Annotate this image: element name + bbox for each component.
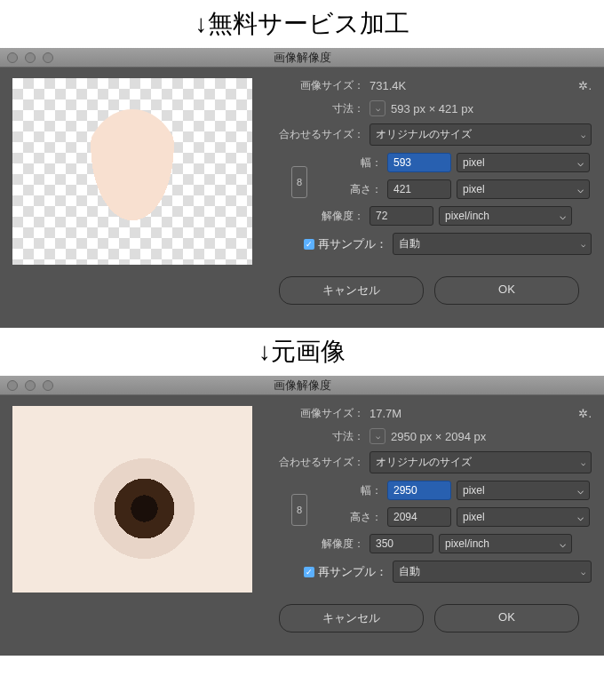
resolution-label: 解像度： <box>266 537 364 552</box>
width-label: 幅： <box>313 155 382 171</box>
image-size-dialog-2: 画像解像度 画像サイズ： 17.7M ✲. 寸法： ⌵ 2950 px × 20… <box>0 376 604 656</box>
dialog-title: 画像解像度 <box>7 378 597 394</box>
resample-select[interactable]: 自動⌵ <box>393 233 592 255</box>
close-icon[interactable] <box>7 52 18 63</box>
resample-label: 再サンプル： <box>318 564 387 580</box>
resolution-unit-select[interactable]: pixel/inch⌵ <box>439 534 572 553</box>
dimensions-dropdown[interactable]: ⌵ <box>370 428 385 444</box>
window-controls <box>7 380 53 391</box>
resample-checkbox[interactable]: ✓ <box>304 239 314 250</box>
zoom-icon[interactable] <box>43 380 53 391</box>
resolution-label: 解像度： <box>266 209 364 224</box>
fit-to-label: 合わせるサイズ： <box>266 127 364 142</box>
dimensions-dropdown[interactable]: ⌵ <box>370 100 385 116</box>
height-unit-select[interactable]: pixel⌵ <box>457 179 590 199</box>
link-icon[interactable]: 8 <box>291 494 307 526</box>
image-preview <box>12 78 252 265</box>
resample-checkbox[interactable]: ✓ <box>304 567 314 577</box>
width-input[interactable]: 593 <box>387 153 451 172</box>
ok-button[interactable]: OK <box>434 276 579 305</box>
image-size-label: 画像サイズ： <box>266 78 364 93</box>
dialog-title: 画像解像度 <box>7 50 597 66</box>
titlebar: 画像解像度 <box>0 48 604 68</box>
dimensions-value: 2950 px × 2094 px <box>391 430 486 443</box>
section-header-original: ↓元画像 <box>0 328 604 376</box>
dimensions-label: 寸法： <box>266 429 364 444</box>
height-label: 高さ： <box>313 510 382 525</box>
gear-icon[interactable]: ✲. <box>578 407 592 420</box>
dimensions-value: 593 px × 421 px <box>391 102 473 115</box>
fit-to-label: 合わせるサイズ： <box>266 455 364 470</box>
height-label: 高さ： <box>313 182 382 197</box>
resolution-input[interactable]: 72 <box>370 206 433 226</box>
width-label: 幅： <box>313 483 382 498</box>
cancel-button[interactable]: キャンセル <box>279 276 424 305</box>
resample-label: 再サンプル： <box>318 236 387 252</box>
height-unit-select[interactable]: pixel⌵ <box>457 507 590 527</box>
height-input[interactable]: 421 <box>387 179 451 199</box>
resample-select[interactable]: 自動⌵ <box>393 561 592 583</box>
section-header-free: ↓無料サービス加工 <box>0 0 604 48</box>
zoom-icon[interactable] <box>43 52 53 63</box>
minimize-icon[interactable] <box>25 52 36 63</box>
image-size-label: 画像サイズ： <box>266 406 364 421</box>
resolution-unit-select[interactable]: pixel/inch⌵ <box>439 206 572 226</box>
width-unit-select[interactable]: pixel⌵ <box>457 481 590 500</box>
resolution-input[interactable]: 350 <box>370 534 433 553</box>
width-input[interactable]: 2950 <box>387 481 451 500</box>
window-controls <box>7 52 53 63</box>
image-size-value: 731.4K <box>370 79 406 92</box>
image-preview <box>12 406 252 593</box>
image-size-dialog-1: 画像解像度 画像サイズ： 731.4K ✲. 寸法： ⌵ 593 px × 42… <box>0 48 604 328</box>
fit-to-select[interactable]: オリジナルのサイズ⌵ <box>370 123 592 146</box>
gear-icon[interactable]: ✲. <box>578 79 592 92</box>
dimensions-label: 寸法： <box>266 101 364 116</box>
height-input[interactable]: 2094 <box>387 507 451 527</box>
titlebar: 画像解像度 <box>0 376 604 395</box>
close-icon[interactable] <box>7 380 18 391</box>
width-unit-select[interactable]: pixel⌵ <box>457 153 590 172</box>
cancel-button[interactable]: キャンセル <box>279 604 424 632</box>
fit-to-select[interactable]: オリジナルのサイズ⌵ <box>370 451 592 473</box>
ok-button[interactable]: OK <box>434 604 579 632</box>
link-icon[interactable]: 8 <box>291 166 307 198</box>
image-size-value: 17.7M <box>370 407 401 420</box>
minimize-icon[interactable] <box>25 380 36 391</box>
